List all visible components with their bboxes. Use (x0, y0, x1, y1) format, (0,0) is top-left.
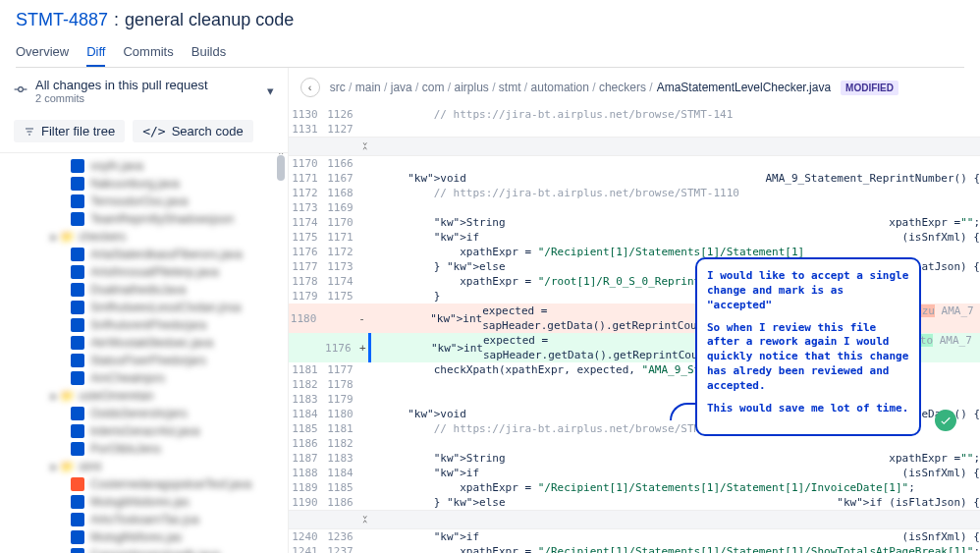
tree-file[interactable]: OoldsSerershcjers (10, 405, 288, 422)
file-label: Mutsgbhbdsres.jas (90, 495, 190, 509)
line-no-new: 1237 (324, 544, 359, 553)
collapse-row[interactable]: ⌄⌃ (289, 510, 980, 529)
tree-file[interactable]: voyfn.java (10, 157, 288, 175)
tab-commits[interactable]: Commits (123, 38, 173, 67)
breadcrumb-sep: / (489, 81, 499, 94)
search-code-button[interactable]: </> Search code (133, 120, 252, 142)
line-no-new: 1183 (324, 451, 359, 466)
code-line: 11751171 "kw">if (isSnfXml) { (289, 230, 980, 245)
tree-file[interactable]: Mutsgbhbdsres.jas (10, 493, 288, 511)
line-no-old: 1181 (289, 362, 324, 377)
tree-file[interactable]: trderisGeracr4st.java (10, 422, 288, 440)
tree-file[interactable]: CosternedaragspskseTesf.java (10, 475, 288, 493)
line-no-new: 1180 (324, 407, 359, 421)
breadcrumb-part[interactable]: airplus (454, 81, 488, 94)
tree-scrollbar[interactable] (274, 153, 288, 553)
code-line: 11861182 (289, 436, 980, 451)
tree-folder[interactable]: ▸ 📁 checkers (10, 228, 288, 246)
line-no-new: 1182 (324, 436, 359, 451)
tab-builds[interactable]: Builds (191, 38, 226, 67)
collapse-row[interactable]: ⌄⌃ (289, 137, 980, 156)
file-label: PorOtblsJens (90, 442, 161, 456)
code-line: 11731169 (289, 200, 980, 215)
changes-selector[interactable]: All changes in this pull request 2 commi… (0, 68, 288, 114)
file-icon (71, 495, 84, 509)
commit-count: 2 commits (35, 92, 208, 104)
file-icon (71, 248, 84, 261)
breadcrumb-part[interactable]: main (355, 81, 381, 94)
file-icon (71, 336, 84, 350)
code-line: 12401236 "kw">if (isSnfXml) { (289, 529, 980, 544)
collapse-panel-button[interactable]: ‹ (300, 78, 320, 97)
code-line: 11741170 "kw">String xpathExpr = ""; (289, 215, 980, 230)
diff-mark: - (356, 311, 367, 326)
line-no-old: 1183 (289, 392, 324, 407)
breadcrumb-sep: / (444, 81, 454, 94)
filter-tree-button[interactable]: Filter file tree (14, 120, 125, 142)
line-no-new: 1172 (324, 245, 359, 259)
file-icon (71, 548, 84, 553)
file-label: voyfn.java (90, 159, 143, 173)
file-icon (71, 354, 84, 367)
tree-file[interactable]: AkrWustak0tedsec.java (10, 334, 288, 352)
tree-folder[interactable]: ▸ 📁 stmt (10, 458, 288, 475)
file-icon (71, 477, 84, 491)
line-no-new: 1166 (324, 156, 359, 171)
breadcrumb-part[interactable]: com (422, 81, 445, 94)
line-no-old: 1241 (289, 544, 324, 553)
code-line: 11871183 "kw">String xpathExpr = ""; (289, 451, 980, 466)
breadcrumb-part[interactable]: src (330, 81, 346, 94)
line-no-new: 1179 (324, 392, 359, 407)
breadcrumb-part[interactable]: stmt (499, 81, 521, 94)
tree-file[interactable]: Coroomhrogrstoadb.java (10, 546, 288, 553)
line-no-new: 1126 (324, 107, 359, 122)
breadcrumb-part[interactable]: java (391, 81, 412, 94)
line-no-new: 1175 (324, 289, 359, 304)
line-no-old: 1240 (289, 529, 324, 544)
code-icon: </> (142, 124, 165, 138)
tree-file[interactable]: ArtaStaterdkassFlberors.java (10, 246, 288, 263)
code-line: 11881184 "kw">if (isSnfXml) { (289, 466, 980, 480)
file-label: StatusFiserFhedorjars (90, 354, 206, 367)
page-title: STMT-4887 : general cleanup code (16, 10, 964, 30)
tree-file[interactable]: ArksToskoarnTas.jua (10, 511, 288, 528)
code-line: 11311127 (289, 122, 980, 137)
tree-file[interactable]: ArtsthrossatPlteterp.java (10, 263, 288, 281)
line-no-new: 1178 (324, 377, 359, 392)
ticket-link[interactable]: STMT-4887 (16, 10, 108, 30)
code-line: 11901186 } "kw">else "kw">if (isFlatJson… (289, 495, 980, 510)
line-no-new: 1186 (324, 495, 359, 510)
tree-file[interactable]: TernssdorOss.java (10, 193, 288, 210)
file-icon (71, 407, 84, 420)
breadcrumb-part[interactable]: checkers (599, 81, 646, 94)
breadcrumb-sep: / (381, 81, 391, 94)
line-no-new: 1184 (324, 466, 359, 480)
breadcrumb-part[interactable]: automation (531, 81, 589, 94)
tree-file[interactable]: SmfhulseesLesslClvdan.jnsa (10, 299, 288, 316)
tree-file[interactable]: Nakuunburg.java (10, 175, 288, 193)
breadcrumb-sep: / (646, 81, 653, 94)
tree-file[interactable]: DsalinathedisJava (10, 281, 288, 299)
file-label: TernssdorOss.java (90, 194, 188, 208)
tab-overview[interactable]: Overview (16, 38, 69, 67)
file-icon (71, 194, 84, 208)
line-no-old: 1172 (289, 186, 324, 200)
tree-file[interactable]: AmCheatnjors (10, 369, 288, 387)
line-no-old: 1171 (289, 171, 324, 186)
tree-file[interactable]: SnfhulsrentFhedsrjara (10, 316, 288, 334)
code-viewer[interactable]: I would like to accept a single change a… (289, 107, 980, 553)
file-label: ArtsthrossatPlteterp.java (90, 265, 219, 279)
tree-file[interactable]: TeamReprn6yShadowsjson (10, 210, 288, 228)
breadcrumb: ‹ src / main / java / com / airplus / st… (289, 68, 980, 107)
tree-file[interactable]: StatusFiserFhedorjars (10, 352, 288, 369)
accept-change-button[interactable] (935, 410, 956, 431)
tree-file[interactable]: Mutsglhbfsres.jas (10, 528, 288, 546)
file-label: Nakuunburg.java (90, 177, 180, 191)
code-line: 11701166 (289, 156, 980, 171)
file-tree[interactable]: voyfn.javaNakuunburg.javaTernssdorOss.ja… (0, 153, 288, 553)
tab-diff[interactable]: Diff (86, 38, 105, 67)
file-label: Mutsglhbfsres.jas (90, 530, 182, 544)
tree-folder[interactable]: ▸ 📁 usteOmeretan (10, 387, 288, 405)
search-label: Search code (172, 124, 244, 138)
tree-file[interactable]: PorOtblsJens (10, 440, 288, 458)
